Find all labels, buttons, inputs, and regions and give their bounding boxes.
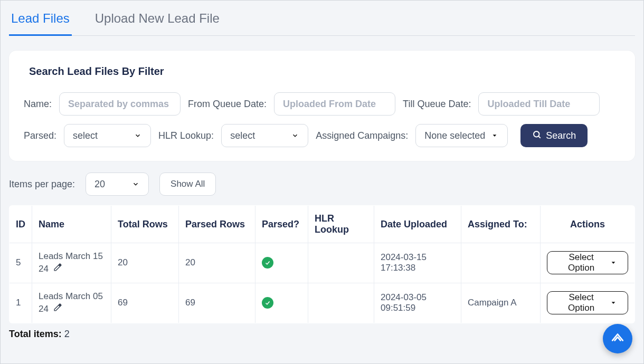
- row-action-label: Select Option: [558, 292, 604, 313]
- check-circle-icon: [262, 257, 273, 269]
- col-hlr: HLR Lookup: [308, 206, 374, 243]
- cell-uploaded: 2024-03-05 09:51:59: [374, 283, 461, 323]
- col-assigned: Assigned To:: [461, 206, 541, 243]
- name-label: Name:: [24, 99, 52, 110]
- col-uploaded: Date Uploaded: [374, 206, 461, 243]
- total-items: Total items: 2: [9, 329, 635, 340]
- items-per-page-select[interactable]: 20: [86, 173, 149, 196]
- parsed-label: Parsed:: [24, 130, 56, 141]
- svg-marker-3: [612, 262, 615, 264]
- hlr-label: HLR Lookup:: [158, 130, 214, 141]
- campaigns-select[interactable]: None selected: [415, 124, 508, 147]
- from-date-label: From Queue Date:: [188, 99, 267, 110]
- chevron-down-icon: [134, 131, 142, 140]
- parsed-select-value: select: [73, 130, 98, 141]
- caret-down-icon: [610, 258, 617, 267]
- table-row: 5 Leads March 15 24 20 20 2024-03-15 17:…: [10, 243, 635, 283]
- col-id: ID: [10, 206, 32, 243]
- cell-parsed-rows: 20: [179, 243, 255, 283]
- cell-total: 69: [111, 283, 179, 323]
- col-name: Name: [32, 206, 111, 243]
- cell-assigned: [461, 243, 541, 283]
- tab-upload-new[interactable]: Upload New Lead File: [93, 7, 222, 36]
- filter-card: Search Lead Files By Filter Name: From Q…: [9, 51, 635, 161]
- cell-name: Leads March 05 24: [32, 283, 111, 323]
- campaigns-label: Assigned Campaigns:: [316, 130, 408, 141]
- hlr-select[interactable]: select: [221, 124, 308, 147]
- col-parsed-rows: Parsed Rows: [179, 206, 255, 243]
- cell-hlr: [308, 283, 374, 323]
- edit-icon[interactable]: [53, 263, 62, 272]
- row-action-button[interactable]: Select Option: [547, 251, 628, 274]
- chevron-down-icon: [131, 180, 140, 188]
- total-items-label: Total items:: [9, 329, 62, 339]
- cell-total: 20: [111, 243, 179, 283]
- total-items-count: 2: [64, 329, 70, 339]
- col-total: Total Rows: [111, 206, 179, 243]
- cell-uploaded: 2024-03-15 17:13:38: [374, 243, 461, 283]
- col-actions: Actions: [541, 206, 635, 243]
- name-text: Leads March 05 24: [39, 291, 103, 314]
- tabs: Lead Files Upload New Lead File: [9, 7, 635, 36]
- pager-row: Items per page: 20 Show All: [9, 173, 635, 196]
- from-date-input[interactable]: [274, 92, 395, 116]
- filter-title: Search Lead Files By Filter: [29, 65, 620, 78]
- help-fab[interactable]: [603, 324, 632, 353]
- cell-parsed: [255, 243, 308, 283]
- col-parsed: Parsed?: [255, 206, 308, 243]
- svg-marker-4: [612, 302, 615, 304]
- parsed-select[interactable]: select: [64, 124, 151, 147]
- cell-name: Leads March 15 24: [32, 243, 111, 283]
- check-circle-icon: [262, 297, 273, 309]
- cell-id: 5: [10, 243, 32, 283]
- show-all-button[interactable]: Show All: [159, 173, 216, 196]
- chevron-down-icon: [291, 131, 299, 140]
- edit-icon[interactable]: [53, 303, 62, 312]
- cell-assigned: Campaign A: [461, 283, 541, 323]
- triangle-icon: [611, 331, 624, 347]
- lead-files-table: ID Name Total Rows Parsed Rows Parsed? H…: [9, 205, 635, 323]
- svg-line-2: [539, 136, 541, 138]
- cell-actions: Select Option: [541, 283, 635, 323]
- campaigns-select-value: None selected: [424, 130, 485, 141]
- cell-actions: Select Option: [541, 243, 635, 283]
- name-text: Leads March 15 24: [39, 251, 103, 274]
- till-date-label: Till Queue Date:: [403, 99, 471, 110]
- items-per-page-value: 20: [94, 179, 105, 190]
- svg-point-1: [534, 131, 539, 137]
- cell-parsed: [255, 283, 308, 323]
- row-action-label: Select Option: [558, 252, 604, 273]
- cell-id: 1: [10, 283, 32, 323]
- tab-lead-files[interactable]: Lead Files: [9, 7, 72, 36]
- cell-parsed-rows: 69: [179, 283, 255, 323]
- caret-down-icon: [490, 131, 499, 140]
- caret-down-icon: [610, 299, 617, 307]
- table-row: 1 Leads March 05 24 69 69 2024-03-05 09:…: [10, 283, 635, 323]
- svg-marker-0: [493, 135, 497, 137]
- search-button-label: Search: [546, 130, 576, 141]
- hlr-select-value: select: [230, 130, 255, 141]
- search-button[interactable]: Search: [520, 124, 588, 147]
- row-action-button[interactable]: Select Option: [547, 291, 628, 314]
- till-date-input[interactable]: [478, 92, 600, 116]
- search-icon: [532, 130, 542, 142]
- cell-hlr: [308, 243, 374, 283]
- items-per-page-label: Items per page:: [9, 179, 75, 190]
- name-input[interactable]: [59, 92, 181, 116]
